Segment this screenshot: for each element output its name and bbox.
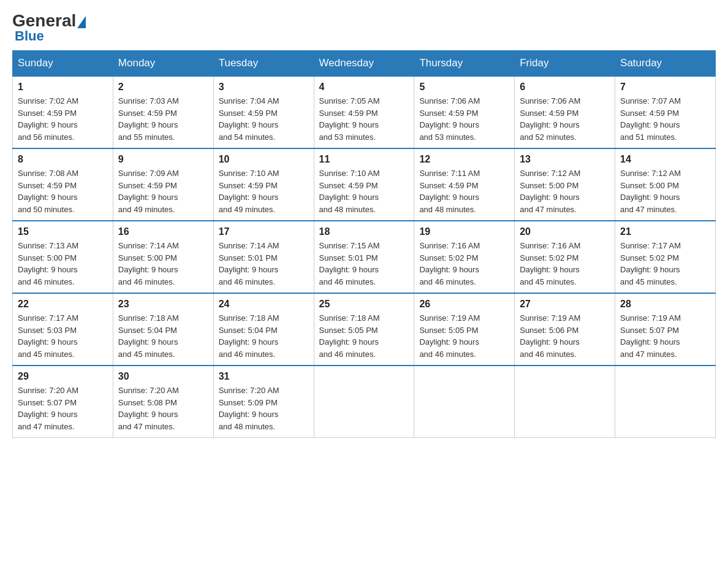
day-number: 18 [319, 226, 409, 237]
day-info: Sunrise: 7:11 AMSunset: 4:59 PMDaylight:… [419, 169, 480, 214]
day-number: 11 [319, 154, 409, 165]
day-number: 9 [118, 154, 208, 165]
week-row-1: 1 Sunrise: 7:02 AMSunset: 4:59 PMDayligh… [13, 76, 716, 148]
calendar-cell: 29 Sunrise: 7:20 AMSunset: 5:07 PMDaylig… [13, 366, 113, 438]
calendar-cell: 9 Sunrise: 7:09 AMSunset: 4:59 PMDayligh… [113, 148, 213, 221]
calendar-cell: 25 Sunrise: 7:18 AMSunset: 5:05 PMDaylig… [314, 293, 414, 366]
calendar-cell: 18 Sunrise: 7:15 AMSunset: 5:01 PMDaylig… [314, 221, 414, 293]
day-info: Sunrise: 7:12 AMSunset: 5:00 PMDaylight:… [620, 169, 681, 214]
day-number: 14 [620, 154, 710, 165]
day-info: Sunrise: 7:13 AMSunset: 5:00 PMDaylight:… [18, 241, 78, 286]
calendar-cell: 22 Sunrise: 7:17 AMSunset: 5:03 PMDaylig… [13, 293, 113, 366]
calendar-cell: 10 Sunrise: 7:10 AMSunset: 4:59 PMDaylig… [213, 148, 314, 221]
day-number: 31 [219, 371, 309, 382]
calendar-cell: 19 Sunrise: 7:16 AMSunset: 5:02 PMDaylig… [414, 221, 515, 293]
day-number: 15 [18, 226, 108, 237]
logo-triangle-icon [77, 16, 86, 28]
day-info: Sunrise: 7:06 AMSunset: 4:59 PMDaylight:… [419, 96, 480, 142]
calendar-cell: 15 Sunrise: 7:13 AMSunset: 5:00 PMDaylig… [13, 221, 113, 293]
calendar-cell [414, 366, 515, 438]
day-info: Sunrise: 7:19 AMSunset: 5:07 PMDaylight:… [620, 313, 681, 359]
week-row-3: 15 Sunrise: 7:13 AMSunset: 5:00 PMDaylig… [13, 221, 716, 293]
logo: General Blue [12, 12, 86, 44]
calendar-cell: 6 Sunrise: 7:06 AMSunset: 4:59 PMDayligh… [515, 76, 615, 148]
day-info: Sunrise: 7:02 AMSunset: 4:59 PMDaylight:… [18, 96, 78, 142]
day-number: 6 [520, 82, 610, 93]
day-number: 12 [419, 154, 509, 165]
weekday-header-monday: Monday [113, 51, 213, 77]
calendar-cell: 1 Sunrise: 7:02 AMSunset: 4:59 PMDayligh… [13, 76, 113, 148]
calendar-cell [615, 366, 716, 438]
calendar-cell: 30 Sunrise: 7:20 AMSunset: 5:08 PMDaylig… [113, 366, 213, 438]
weekday-header-tuesday: Tuesday [213, 51, 314, 77]
week-row-5: 29 Sunrise: 7:20 AMSunset: 5:07 PMDaylig… [13, 366, 716, 438]
day-info: Sunrise: 7:05 AMSunset: 4:59 PMDaylight:… [319, 96, 380, 142]
day-number: 16 [118, 226, 208, 237]
day-number: 5 [419, 82, 509, 93]
calendar-body: 1 Sunrise: 7:02 AMSunset: 4:59 PMDayligh… [13, 76, 716, 438]
day-info: Sunrise: 7:04 AMSunset: 4:59 PMDaylight:… [219, 96, 279, 142]
day-number: 10 [219, 154, 309, 165]
day-number: 29 [18, 371, 108, 382]
day-info: Sunrise: 7:12 AMSunset: 5:00 PMDaylight:… [520, 169, 580, 214]
day-info: Sunrise: 7:09 AMSunset: 4:59 PMDaylight:… [118, 169, 179, 214]
weekday-header-row: SundayMondayTuesdayWednesdayThursdayFrid… [13, 51, 716, 77]
calendar-cell: 20 Sunrise: 7:16 AMSunset: 5:02 PMDaylig… [515, 221, 615, 293]
day-info: Sunrise: 7:20 AMSunset: 5:07 PMDaylight:… [18, 386, 78, 431]
calendar-cell: 21 Sunrise: 7:17 AMSunset: 5:02 PMDaylig… [615, 221, 716, 293]
day-number: 7 [620, 82, 710, 93]
logo-general-text: General [12, 12, 76, 29]
weekday-header-sunday: Sunday [13, 51, 113, 77]
week-row-2: 8 Sunrise: 7:08 AMSunset: 4:59 PMDayligh… [13, 148, 716, 221]
calendar-cell: 28 Sunrise: 7:19 AMSunset: 5:07 PMDaylig… [615, 293, 716, 366]
day-number: 3 [219, 82, 309, 93]
day-number: 20 [520, 226, 610, 237]
day-info: Sunrise: 7:07 AMSunset: 4:59 PMDaylight:… [620, 96, 681, 142]
day-number: 25 [319, 299, 409, 310]
day-info: Sunrise: 7:15 AMSunset: 5:01 PMDaylight:… [319, 241, 380, 286]
day-number: 30 [118, 371, 208, 382]
day-number: 26 [419, 299, 509, 310]
day-info: Sunrise: 7:20 AMSunset: 5:08 PMDaylight:… [118, 386, 179, 431]
logo-blue-text: Blue [15, 28, 44, 44]
weekday-header-friday: Friday [515, 51, 615, 77]
day-number: 8 [18, 154, 108, 165]
week-row-4: 22 Sunrise: 7:17 AMSunset: 5:03 PMDaylig… [13, 293, 716, 366]
day-number: 22 [18, 299, 108, 310]
day-info: Sunrise: 7:14 AMSunset: 5:01 PMDaylight:… [219, 241, 279, 286]
calendar-cell [515, 366, 615, 438]
day-info: Sunrise: 7:16 AMSunset: 5:02 PMDaylight:… [419, 241, 480, 286]
day-number: 13 [520, 154, 610, 165]
day-info: Sunrise: 7:19 AMSunset: 5:06 PMDaylight:… [520, 313, 580, 359]
day-info: Sunrise: 7:10 AMSunset: 4:59 PMDaylight:… [219, 169, 279, 214]
calendar-cell: 14 Sunrise: 7:12 AMSunset: 5:00 PMDaylig… [615, 148, 716, 221]
calendar-cell: 4 Sunrise: 7:05 AMSunset: 4:59 PMDayligh… [314, 76, 414, 148]
day-info: Sunrise: 7:18 AMSunset: 5:05 PMDaylight:… [319, 313, 380, 359]
day-number: 4 [319, 82, 409, 93]
day-info: Sunrise: 7:06 AMSunset: 4:59 PMDaylight:… [520, 96, 580, 142]
day-info: Sunrise: 7:10 AMSunset: 4:59 PMDaylight:… [319, 169, 380, 214]
day-info: Sunrise: 7:14 AMSunset: 5:00 PMDaylight:… [118, 241, 179, 286]
day-info: Sunrise: 7:08 AMSunset: 4:59 PMDaylight:… [18, 169, 78, 214]
day-info: Sunrise: 7:03 AMSunset: 4:59 PMDaylight:… [118, 96, 179, 142]
calendar-cell: 7 Sunrise: 7:07 AMSunset: 4:59 PMDayligh… [615, 76, 716, 148]
calendar-cell: 23 Sunrise: 7:18 AMSunset: 5:04 PMDaylig… [113, 293, 213, 366]
day-info: Sunrise: 7:18 AMSunset: 5:04 PMDaylight:… [118, 313, 179, 359]
calendar-cell: 2 Sunrise: 7:03 AMSunset: 4:59 PMDayligh… [113, 76, 213, 148]
weekday-header-thursday: Thursday [414, 51, 515, 77]
calendar-cell: 3 Sunrise: 7:04 AMSunset: 4:59 PMDayligh… [213, 76, 314, 148]
calendar-cell: 13 Sunrise: 7:12 AMSunset: 5:00 PMDaylig… [515, 148, 615, 221]
day-number: 24 [219, 299, 309, 310]
weekday-header-saturday: Saturday [615, 51, 716, 77]
day-number: 28 [620, 299, 710, 310]
day-number: 2 [118, 82, 208, 93]
calendar-cell [314, 366, 414, 438]
calendar-cell: 17 Sunrise: 7:14 AMSunset: 5:01 PMDaylig… [213, 221, 314, 293]
calendar-cell: 27 Sunrise: 7:19 AMSunset: 5:06 PMDaylig… [515, 293, 615, 366]
day-number: 19 [419, 226, 509, 237]
day-info: Sunrise: 7:17 AMSunset: 5:03 PMDaylight:… [18, 313, 78, 359]
page-header: General Blue [12, 12, 716, 44]
calendar-cell: 11 Sunrise: 7:10 AMSunset: 4:59 PMDaylig… [314, 148, 414, 221]
day-info: Sunrise: 7:16 AMSunset: 5:02 PMDaylight:… [520, 241, 580, 286]
day-info: Sunrise: 7:18 AMSunset: 5:04 PMDaylight:… [219, 313, 279, 359]
